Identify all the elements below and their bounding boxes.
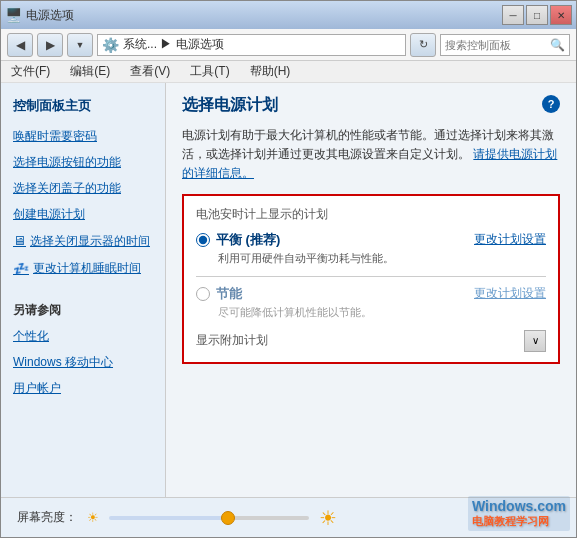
sun-large-icon: ☀ [319,506,337,530]
sidebar-link-sleep[interactable]: 💤 更改计算机睡眠时间 [1,255,165,283]
window-title: 电源选项 [26,7,74,24]
maximize-button[interactable]: □ [526,5,548,25]
menu-file[interactable]: 文件(F) [5,61,56,82]
page-description: 电源计划有助于最大化计算机的性能或者节能。通过选择计划来将其激活，或选择计划并通… [182,126,560,184]
close-button[interactable]: ✕ [550,5,572,25]
search-input[interactable] [445,39,550,51]
sidebar-link-lid[interactable]: 选择关闭盖子的功能 [1,175,165,201]
main-content: 控制面板主页 唤醒时需要密码 选择电源按钮的功能 选择关闭盖子的功能 创建电源计… [1,83,576,497]
menu-tools[interactable]: 工具(T) [184,61,235,82]
sidebar: 控制面板主页 唤醒时需要密码 选择电源按钮的功能 选择关闭盖子的功能 创建电源计… [1,83,166,497]
sidebar-link-wake[interactable]: 唤醒时需要密码 [1,123,165,149]
battery-section-title: 电池安时计上显示的计划 [196,206,546,223]
sidebar-link-create-plan[interactable]: 创建电源计划 [1,201,165,227]
plan-powersaver-desc: 尽可能降低计算机性能以节能。 [218,305,546,320]
plan-balanced-label[interactable]: 平衡 (推荐) [196,231,280,249]
plan-balanced-settings-link[interactable]: 更改计划设置 [474,231,546,248]
sun-small-icon: ☀ [87,510,99,525]
also-section-title: 另请参阅 [1,298,165,323]
menu-bar: 文件(F) 编辑(E) 查看(V) 工具(T) 帮助(H) [1,61,576,83]
plan-powersaver-settings-link[interactable]: 更改计划设置 [474,285,546,302]
plan-balanced: 平衡 (推荐) 更改计划设置 利用可用硬件自动平衡功耗与性能。 [196,231,546,266]
content-area: 选择电源计划 ? 电源计划有助于最大化计算机的性能或者节能。通过选择计划来将其激… [166,83,576,497]
plan-divider [196,276,546,277]
minimize-button[interactable]: ─ [502,5,524,25]
plan-powersaver-name: 节能 [216,285,242,303]
show-more-section: 显示附加计划 ∨ [196,330,546,352]
search-icon: 🔍 [550,38,565,52]
sidebar-link-display-off[interactable]: 🖥 选择关闭显示器的时间 [1,227,165,255]
plan-balanced-desc: 利用可用硬件自动平衡功耗与性能。 [218,251,546,266]
address-bar: ◀ ▶ ▼ ⚙️ 系统... ▶ 电源选项 ↻ 🔍 [1,29,576,61]
watermark: Windows.com 电脑教程学习网 [468,496,570,531]
menu-edit[interactable]: 编辑(E) [64,61,116,82]
menu-help[interactable]: 帮助(H) [244,61,297,82]
watermark-line2: 电脑教程学习网 [472,514,566,529]
show-more-button[interactable]: ∨ [524,330,546,352]
power-plan-box: 电池安时计上显示的计划 平衡 (推荐) 更改计划设置 利用可用硬件自动平衡功耗与… [182,194,560,364]
plan-powersaver-radio[interactable] [196,287,210,301]
help-button[interactable]: ? [542,95,560,113]
title-bar: 🖥️ 电源选项 ─ □ ✕ [1,1,576,29]
title-bar-controls: ─ □ ✕ [502,5,572,25]
forward-button[interactable]: ▶ [37,33,63,57]
back-button[interactable]: ◀ [7,33,33,57]
watermark-line1: Windows.com [472,498,566,514]
sleep-icon: 💤 [13,259,29,279]
plan-powersaver: 节能 更改计划设置 尽可能降低计算机性能以节能。 [196,285,546,320]
page-title: 选择电源计划 [182,95,278,116]
brightness-slider[interactable] [109,516,309,520]
sidebar-link-personalize[interactable]: 个性化 [1,323,165,349]
sidebar-link-mobility[interactable]: Windows 移动中心 [1,349,165,375]
sidebar-title: 控制面板主页 [1,91,165,123]
sidebar-link-accounts[interactable]: 用户帐户 [1,375,165,401]
sidebar-link-power-btn[interactable]: 选择电源按钮的功能 [1,149,165,175]
address-path[interactable]: ⚙️ 系统... ▶ 电源选项 [97,34,406,56]
dropdown-button[interactable]: ▼ [67,33,93,57]
brightness-label: 屏幕亮度： [17,509,77,526]
plan-balanced-header: 平衡 (推荐) 更改计划设置 [196,231,546,249]
display-icon: 🖥 [13,231,26,251]
show-more-label: 显示附加计划 [196,332,268,349]
search-box[interactable]: 🔍 [440,34,570,56]
sidebar-also-section: 另请参阅 个性化 Windows 移动中心 用户帐户 [1,298,165,401]
plan-powersaver-label[interactable]: 节能 [196,285,242,303]
plan-balanced-name: 平衡 (推荐) [216,231,280,249]
menu-view[interactable]: 查看(V) [124,61,176,82]
refresh-button[interactable]: ↻ [410,33,436,57]
plan-powersaver-header: 节能 更改计划设置 [196,285,546,303]
plan-balanced-radio[interactable] [196,233,210,247]
breadcrumb-text: 系统... ▶ 电源选项 [123,36,224,53]
